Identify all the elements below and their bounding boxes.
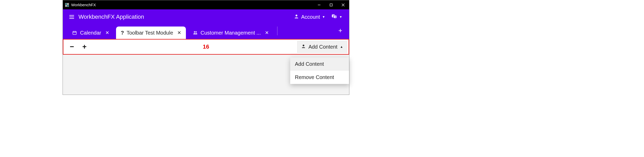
increment-button[interactable]: + xyxy=(81,43,88,51)
module-toolbar: − + 16 Add Content ▲ xyxy=(63,39,349,55)
svg-point-12 xyxy=(296,15,297,16)
svg-rect-17 xyxy=(73,31,76,35)
language-menu[interactable]: A文 ▼ xyxy=(328,14,345,21)
person-solid-icon xyxy=(301,44,306,50)
question-icon: ? xyxy=(121,30,124,36)
tab-close-button[interactable]: ✕ xyxy=(177,30,181,36)
tabs-row: Calendar ✕ ? Toolbar Test Module ✕ Custo… xyxy=(63,24,349,39)
dropdown-item-remove-content[interactable]: Remove Content xyxy=(290,71,349,84)
translate-icon: A文 xyxy=(331,14,337,21)
tab-label: Customer Management ... xyxy=(201,30,261,36)
app-header: WorkbenchFX Application Account ▼ A文 ▼ xyxy=(63,9,349,24)
svg-rect-3 xyxy=(65,5,67,6)
menu-button[interactable] xyxy=(66,14,77,20)
window-close-button[interactable] xyxy=(337,0,349,9)
svg-rect-6 xyxy=(330,4,332,6)
svg-text:A: A xyxy=(333,15,334,17)
calendar-icon xyxy=(72,30,77,35)
tab-calendar[interactable]: Calendar ✕ xyxy=(68,27,114,39)
add-content-dropdown-menu: Add Content Remove Content xyxy=(290,57,349,84)
tab-label: Calendar xyxy=(80,30,101,36)
decrement-button[interactable]: − xyxy=(68,43,76,51)
app-title: WorkbenchFX Application xyxy=(78,14,144,20)
window-title: WorkbenchFX xyxy=(71,3,96,7)
app-icon xyxy=(65,3,69,7)
tab-label: Toolbar Test Module xyxy=(126,30,173,36)
caret-down-icon: ▼ xyxy=(339,15,342,19)
tab-close-button[interactable]: ✕ xyxy=(105,30,109,36)
window-minimize-button[interactable] xyxy=(313,0,325,9)
add-content-dropdown-button[interactable]: Add Content ▲ xyxy=(297,41,347,53)
tab-close-button[interactable]: ✕ xyxy=(265,30,269,36)
add-content-label: Add Content xyxy=(308,44,337,50)
svg-rect-1 xyxy=(65,3,67,5)
tab-separator xyxy=(277,27,277,35)
caret-up-icon: ▲ xyxy=(340,45,343,49)
svg-rect-4 xyxy=(67,5,69,6)
people-icon xyxy=(193,30,198,35)
tab-customer-management[interactable]: Customer Management ... ✕ xyxy=(188,27,274,39)
person-icon xyxy=(294,14,299,20)
account-menu[interactable]: Account ▼ xyxy=(291,14,328,20)
dropdown-item-label: Add Content xyxy=(295,61,324,67)
dropdown-item-add-content[interactable]: Add Content xyxy=(290,57,349,71)
dropdown-item-label: Remove Content xyxy=(295,74,334,80)
add-tab-button[interactable]: + xyxy=(335,27,346,37)
svg-text:文: 文 xyxy=(334,16,336,18)
svg-point-21 xyxy=(194,31,195,33)
tab-toolbar-test-module[interactable]: ? Toolbar Test Module ✕ xyxy=(116,27,186,39)
app-window: WorkbenchFX WorkbenchFX Application xyxy=(63,0,349,95)
svg-point-22 xyxy=(196,31,197,33)
window-maximize-button[interactable] xyxy=(325,0,337,9)
svg-point-23 xyxy=(303,44,304,46)
svg-rect-2 xyxy=(67,3,69,5)
caret-down-icon: ▼ xyxy=(322,15,325,19)
account-label: Account xyxy=(301,14,320,20)
window-titlebar: WorkbenchFX xyxy=(63,0,349,9)
